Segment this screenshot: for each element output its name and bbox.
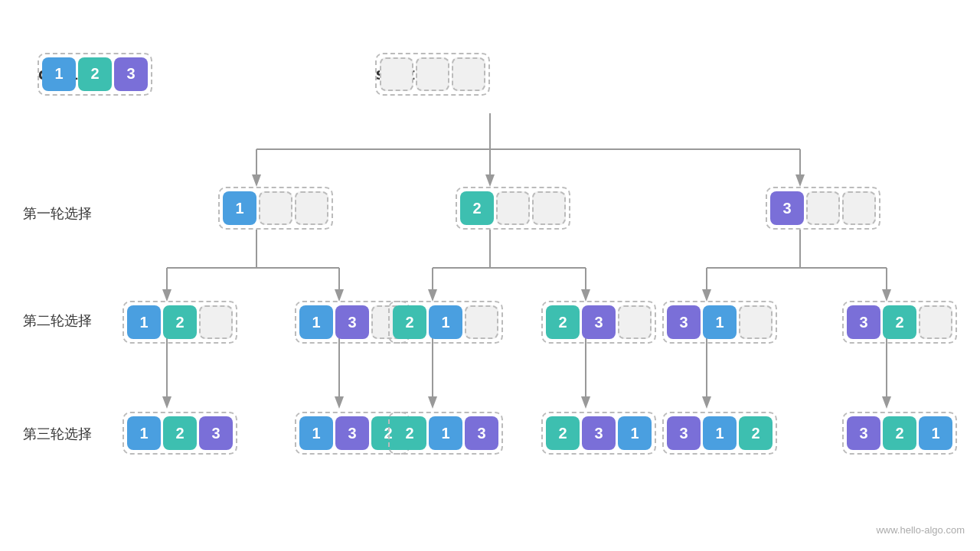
state-header: state = [375, 64, 446, 83]
choices-header: choices = 1 2 3 [38, 64, 129, 83]
cell: 1 [127, 305, 161, 339]
cell: 2 [546, 416, 580, 450]
cell: 2 [393, 416, 426, 450]
cell: 2 [393, 305, 426, 339]
l2-node-1: 1 2 [122, 301, 237, 344]
state-slot-3 [452, 57, 485, 91]
cell-empty [739, 305, 773, 339]
cell: 3 [582, 416, 616, 450]
cell: 1 [223, 191, 256, 225]
choice-3: 3 [114, 57, 148, 91]
cell-empty [532, 191, 566, 225]
state-slot-1 [380, 57, 413, 91]
l1-node-3: 3 [766, 187, 880, 230]
l2-node-4: 2 3 [541, 301, 656, 344]
cell: 3 [667, 416, 701, 450]
cell-empty [465, 305, 498, 339]
cell: 2 [883, 416, 916, 450]
round1-label: 第一轮选择 [23, 204, 92, 223]
round2-label: 第二轮选择 [23, 311, 92, 330]
cell: 3 [199, 416, 233, 450]
cell: 3 [582, 305, 616, 339]
cell: 2 [739, 416, 773, 450]
l3-node-6: 3 2 1 [842, 412, 957, 455]
cell: 1 [299, 416, 333, 450]
cell: 3 [335, 416, 369, 450]
cell-empty [842, 191, 876, 225]
choice-2: 2 [78, 57, 112, 91]
cell-empty [618, 305, 652, 339]
l2-node-3: 2 1 [388, 301, 503, 344]
watermark: www.hello-algo.com [876, 524, 965, 536]
cell: 3 [465, 416, 498, 450]
cell: 2 [883, 305, 916, 339]
cell-empty [806, 191, 840, 225]
l3-node-4: 2 3 1 [541, 412, 656, 455]
cell: 3 [335, 305, 369, 339]
round3-label: 第三轮选择 [23, 425, 92, 443]
choices-box: 1 2 3 [38, 53, 152, 96]
cell: 1 [429, 416, 462, 450]
l2-node-5: 3 1 [662, 301, 777, 344]
l1-node-1: 1 [218, 187, 333, 230]
cell: 2 [460, 191, 494, 225]
state-box [375, 53, 490, 96]
l2-node-6: 3 2 [842, 301, 957, 344]
l3-node-1: 1 2 3 [122, 412, 237, 455]
cell-empty [295, 191, 328, 225]
cell: 2 [546, 305, 580, 339]
cell: 3 [847, 305, 880, 339]
l1-node-2: 2 [456, 187, 570, 230]
cell-empty [919, 305, 952, 339]
cell: 1 [127, 416, 161, 450]
cell: 3 [770, 191, 804, 225]
cell: 3 [847, 416, 880, 450]
l3-node-5: 3 1 2 [662, 412, 777, 455]
choice-1: 1 [42, 57, 76, 91]
cell: 3 [667, 305, 701, 339]
cell: 1 [429, 305, 462, 339]
cell: 1 [299, 305, 333, 339]
cell: 2 [163, 305, 197, 339]
cell-empty [259, 191, 292, 225]
cell: 1 [703, 416, 737, 450]
cell-empty [496, 191, 530, 225]
cell: 2 [163, 416, 197, 450]
cell: 1 [618, 416, 652, 450]
cell: 1 [919, 416, 952, 450]
cell-empty [199, 305, 233, 339]
cell: 1 [703, 305, 737, 339]
l3-node-3: 2 1 3 [388, 412, 503, 455]
state-slot-2 [416, 57, 449, 91]
